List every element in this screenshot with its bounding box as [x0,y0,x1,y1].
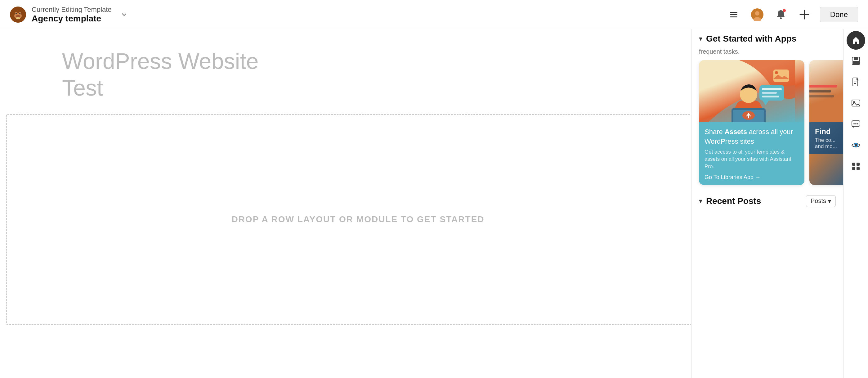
list-icon-button[interactable] [725,6,742,23]
svg-rect-9 [730,14,737,15]
eye-icon [851,141,861,150]
notification-dot [783,9,786,12]
done-button[interactable]: Done [820,7,858,22]
svg-rect-7 [16,18,20,19]
card-1-link[interactable]: Go To Libraries App → [705,174,799,181]
save-icon [851,56,861,65]
home-icon [851,36,861,45]
get-started-description: frequent tasks. [691,47,843,60]
toolbar-apps-button[interactable] [846,156,866,176]
svg-rect-35 [809,85,837,88]
right-toolbar [843,0,868,378]
svg-rect-55 [852,167,855,170]
canvas-title-line2: Test [62,76,103,100]
section-chevron-get-started: ▾ [699,35,702,43]
toolbar-page-button[interactable] [846,72,866,92]
person-laptop-illustration [708,60,795,122]
canvas-title-area: WordPress Website Test [0,29,716,114]
top-bar-right: Done [725,6,858,23]
posts-type-dropdown[interactable]: Posts ▾ [806,195,836,207]
svg-rect-50 [857,123,858,124]
svg-point-51 [855,144,857,146]
template-dropdown-button[interactable] [117,8,131,22]
toolbar-view-button[interactable] [846,135,866,155]
recent-posts-section-header: ▾ Recent Posts Posts ▾ [691,190,843,212]
posts-dropdown-chevron: ▾ [828,197,831,205]
add-button[interactable] [796,6,812,23]
image-icon [851,98,861,108]
comment-icon [851,119,861,129]
top-bar: Currently Editing Template Agency templa… [0,0,868,29]
card-1-sub-text: Get access to all your templates & asset… [705,148,799,170]
get-started-desc-text: frequent tasks. [699,48,740,55]
section-chevron-recent-posts: ▾ [699,197,702,205]
find-illustration [809,60,843,122]
toolbar-save-button[interactable] [846,51,866,71]
main-canvas: WordPress Website Test DROP A ROW LAYOUT… [0,29,716,378]
svg-rect-49 [855,123,857,124]
user-avatar-button[interactable] [749,6,765,23]
assistant-panel: W ⋮ ▾ Get Started with Apps frequent tas… [691,0,843,378]
site-logo [10,6,26,23]
svg-rect-8 [730,12,737,13]
card-2-main-text: Find [815,127,841,136]
recent-posts-title: Recent Posts [706,196,802,206]
svg-point-34 [775,71,778,74]
card-1-link-text: Go To Libraries App → [705,174,761,181]
svg-rect-48 [854,123,855,124]
toolbar-comment-button[interactable] [846,114,866,134]
grid-icon [851,162,861,171]
svg-point-12 [755,11,760,16]
svg-rect-41 [855,58,855,59]
page-icon [851,77,861,87]
toolbar-media-button[interactable] [846,93,866,113]
template-info: Currently Editing Template Agency templa… [32,6,112,24]
svg-rect-30 [762,88,782,90]
svg-rect-40 [853,61,859,64]
card-1-body: Share Assets across all your WordPress s… [699,122,804,185]
card-1-main-text: Share Assets across all your WordPress s… [705,127,799,146]
svg-rect-39 [854,57,858,60]
svg-rect-45 [852,100,860,106]
top-bar-left: Currently Editing Template Agency templa… [10,6,131,24]
svg-rect-32 [762,95,779,97]
svg-rect-53 [852,163,855,166]
svg-point-4 [16,13,17,14]
svg-point-5 [19,13,21,14]
svg-rect-31 [762,92,777,94]
template-name: Agency template [32,13,112,24]
app-cards-row: Share Assets across all your WordPress s… [691,60,843,190]
libraries-app-card[interactable]: Share Assets across all your WordPress s… [699,60,804,185]
card-2-sub-text: The co... and mo... [815,137,841,150]
card-illustration-1 [699,60,804,122]
svg-rect-10 [730,17,737,18]
card-2-body: Find The co... and mo... [809,122,843,154]
svg-rect-54 [857,163,860,166]
notifications-button[interactable] [773,6,789,23]
posts-dropdown-label: Posts [811,197,826,205]
editing-label: Currently Editing Template [32,6,112,13]
get-started-title: Get Started with Apps [706,34,796,44]
card-illustration-2 [809,60,843,122]
canvas-drop-zone[interactable]: DROP A ROW LAYOUT OR MODULE TO GET START… [6,114,710,325]
svg-rect-36 [809,90,831,92]
svg-rect-44 [854,83,856,84]
toolbar-home-button[interactable] [846,31,865,50]
canvas-title-line1: WordPress Website [62,49,259,74]
panel-content: ▾ Get Started with Apps frequent tasks. [691,26,843,378]
get-started-section-header[interactable]: ▾ Get Started with Apps [691,31,843,47]
svg-rect-56 [857,167,860,170]
svg-rect-43 [854,82,857,82]
canvas-title: WordPress Website Test [62,48,654,101]
drop-zone-text: DROP A ROW LAYOUT OR MODULE TO GET START… [231,214,484,224]
svg-rect-37 [809,95,834,97]
find-app-card[interactable]: Find The co... and mo... [809,60,843,185]
svg-point-14 [780,18,782,19]
